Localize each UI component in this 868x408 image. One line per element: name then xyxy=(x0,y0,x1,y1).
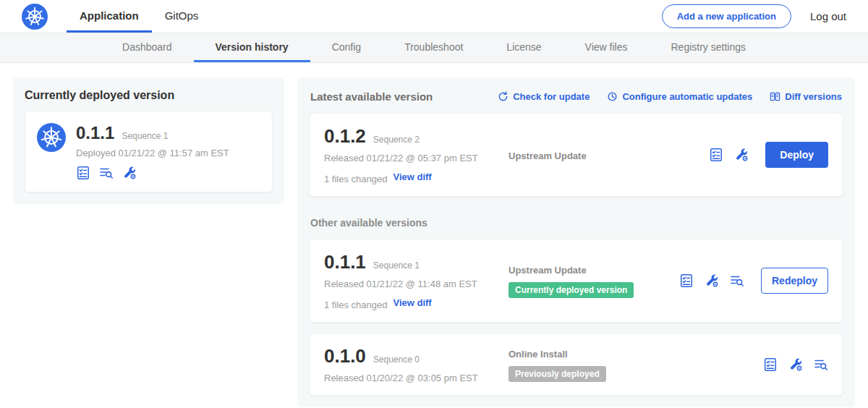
tab-gitops[interactable]: GitOps xyxy=(152,0,212,33)
version-number: 0.1.0 xyxy=(324,345,366,367)
files-changed: 1 files changed xyxy=(324,299,387,310)
version-source: Online Install xyxy=(509,349,568,360)
currently-deployed-badge: Currently deployed version xyxy=(509,282,634,298)
configure-updates-label: Configure automatic updates xyxy=(622,91,752,102)
kubernetes-logo-icon xyxy=(22,4,48,30)
diff-versions-label: Diff versions xyxy=(785,91,842,102)
deploy-logs-icon[interactable] xyxy=(99,166,114,180)
config-values-icon[interactable] xyxy=(122,166,137,180)
top-header: Application GitOps Add a new application… xyxy=(0,0,868,33)
release-notes-icon[interactable] xyxy=(679,273,694,288)
version-released: Released 01/21/22 @ 05:37 pm EST xyxy=(324,153,509,163)
version-card-0-1-1: 0.1.1 Sequence 1 Released 01/21/22 @ 11:… xyxy=(309,239,843,323)
version-number: 0.1.2 xyxy=(324,125,366,148)
deployed-panel-title: Currently deployed version xyxy=(25,89,273,102)
currently-deployed-panel: Currently deployed version xyxy=(13,77,284,204)
version-sequence: Sequence 1 xyxy=(373,260,420,271)
config-values-icon[interactable] xyxy=(734,148,749,162)
release-notes-icon[interactable] xyxy=(763,357,778,372)
tab-gitops-label: GitOps xyxy=(165,9,199,22)
deploy-logs-icon[interactable] xyxy=(814,357,828,372)
deployed-timestamp: Deployed 01/21/22 @ 11:57 am EST xyxy=(76,148,229,158)
app-logo-icon xyxy=(37,123,66,152)
top-nav: Application GitOps xyxy=(67,0,211,33)
version-sequence: Sequence 0 xyxy=(373,354,420,365)
auto-update-icon xyxy=(607,91,618,102)
other-versions-title: Other available versions xyxy=(309,217,843,229)
subnav-view-files[interactable]: View files xyxy=(563,33,650,62)
diff-icon xyxy=(770,91,780,102)
config-values-icon[interactable] xyxy=(705,273,719,288)
redeploy-button[interactable]: Redeploy xyxy=(761,268,828,294)
subnav-registry-settings[interactable]: Registry settings xyxy=(650,33,767,62)
subnav-config[interactable]: Config xyxy=(310,33,383,62)
subnav-license[interactable]: License xyxy=(485,33,563,62)
tab-application-label: Application xyxy=(80,9,139,22)
version-source: Upstream Update xyxy=(509,265,587,276)
release-notes-icon[interactable] xyxy=(76,166,90,180)
deployed-sequence: Sequence 1 xyxy=(122,131,168,141)
version-released: Released 01/21/22 @ 11:48 am EST xyxy=(324,279,509,289)
deployed-version-number: 0.1.1 xyxy=(76,123,114,143)
add-application-button[interactable]: Add a new application xyxy=(662,4,791,28)
check-for-update-label: Check for update xyxy=(513,91,590,102)
subnav-dashboard[interactable]: Dashboard xyxy=(101,33,194,62)
deploy-logs-icon[interactable] xyxy=(730,273,744,288)
view-diff-link[interactable]: View diff xyxy=(393,297,431,308)
deployed-version-card: 0.1.1 Sequence 1 Deployed 01/21/22 @ 11:… xyxy=(25,111,273,192)
version-released: Released 01/20/22 @ 03:05 pm EST xyxy=(324,373,509,383)
version-sequence: Sequence 2 xyxy=(373,135,420,145)
diff-versions-link[interactable]: Diff versions xyxy=(770,91,842,102)
version-source: Upstream Update xyxy=(509,150,587,161)
configure-updates-link[interactable]: Configure automatic updates xyxy=(607,91,752,102)
files-changed: 1 files changed xyxy=(324,174,387,184)
config-values-icon[interactable] xyxy=(788,357,803,372)
version-card-latest: 0.1.2 Sequence 2 Released 01/21/22 @ 05:… xyxy=(309,113,843,197)
subnav-version-history[interactable]: Version history xyxy=(194,33,310,62)
previously-deployed-badge: Previously deployed xyxy=(509,366,606,382)
refresh-icon xyxy=(498,91,509,102)
version-history-panel: Latest available version Check for updat… xyxy=(297,77,855,407)
check-for-update-link[interactable]: Check for update xyxy=(498,91,590,102)
main-content: Currently deployed version xyxy=(0,63,868,408)
release-notes-icon[interactable] xyxy=(709,148,723,162)
latest-available-title: Latest available version xyxy=(310,90,433,103)
view-diff-link[interactable]: View diff xyxy=(393,171,431,182)
version-card-0-1-0: 0.1.0 Sequence 0 Released 01/20/22 @ 03:… xyxy=(309,333,843,396)
deploy-button[interactable]: Deploy xyxy=(765,142,828,168)
tab-application[interactable]: Application xyxy=(67,0,152,33)
logout-link[interactable]: Log out xyxy=(810,10,846,22)
version-number: 0.1.1 xyxy=(324,251,366,273)
subnav-troubleshoot[interactable]: Troubleshoot xyxy=(383,33,485,62)
app-subnav: Dashboard Version history Config Trouble… xyxy=(0,33,868,63)
